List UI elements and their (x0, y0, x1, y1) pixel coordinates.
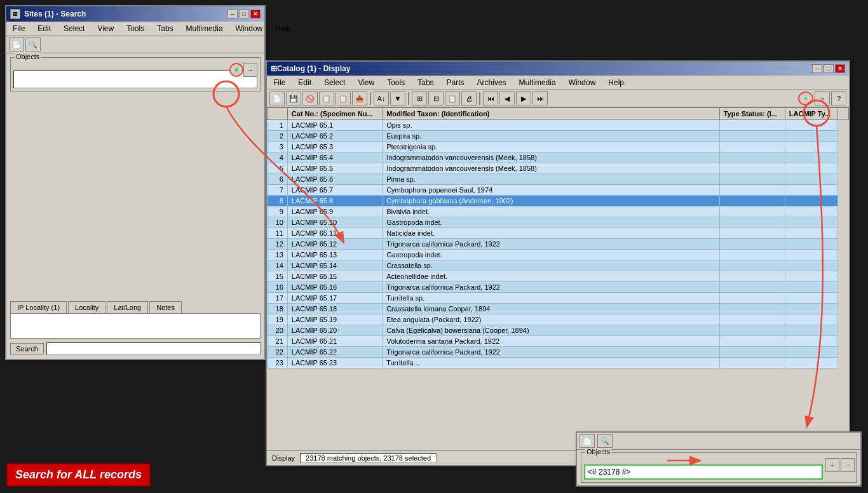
add-object-alt-button[interactable]: → (243, 63, 257, 77)
mini-arrow-button[interactable]: → (841, 458, 855, 472)
catalog-nav-next[interactable]: ▶ (516, 91, 531, 105)
sites-menu-window[interactable]: Window (232, 23, 267, 34)
catalog-menu-multimedia[interactable]: Multimedia (515, 77, 560, 88)
row-typestatus (719, 282, 785, 293)
catalog-nav-prev[interactable]: ◀ (499, 91, 515, 105)
add-object-button[interactable]: + (229, 63, 243, 77)
row-taxon: Trigonarca californica Packard, 1922 (383, 282, 720, 293)
tab-ip-locality-1[interactable]: IP Locality (1) (10, 301, 67, 313)
sites-menu-select[interactable]: Select (60, 23, 88, 34)
table-row[interactable]: 7 LACMIP 65.7 Cymbophora popenoei Saul, … (268, 185, 849, 196)
col-taxon[interactable]: Modified Taxon: (Identification) (383, 108, 720, 120)
table-row[interactable]: 21 LACMIP 65.21 Volutoderma santana Pack… (268, 336, 849, 347)
table-row[interactable]: 9 LACMIP 65.9 Bivalvia indet. (268, 206, 849, 217)
table-row[interactable]: 17 LACMIP 65.17 Turritella sp. (268, 293, 849, 304)
catalog-close-button[interactable]: ✕ (835, 64, 845, 73)
catalog-toolbar-extra-button[interactable]: → (815, 91, 830, 105)
tab-notes[interactable]: Notes (149, 301, 182, 313)
row-typestatus (719, 206, 785, 217)
sites-menu-view[interactable]: View (93, 23, 118, 34)
search-field[interactable] (46, 342, 261, 355)
mini-search-button[interactable]: 🔍 (597, 434, 613, 448)
catalog-paste-button[interactable]: 📋 (336, 91, 351, 105)
table-row[interactable]: 19 LACMIP 65.19 Etea angulata (Packard, … (268, 314, 849, 325)
table-row[interactable]: 13 LACMIP 65.13 Gastropoda indet. (268, 250, 849, 260)
catalog-export-button[interactable]: 📤 (352, 91, 367, 105)
catalog-print-button[interactable]: 🖨 (461, 91, 477, 105)
catalog-sort-button[interactable]: A↓ (374, 91, 389, 105)
sites-menu-tools[interactable]: Tools (123, 23, 148, 34)
catalog-copy-button[interactable]: 📋 (319, 91, 334, 105)
table-row[interactable]: 4 LACMIP 65.4 Indogrammatodon vancouvere… (268, 152, 849, 163)
objects-input[interactable] (13, 71, 257, 88)
table-row[interactable]: 18 LACMIP 65.18 Crassatella lomana Coope… (268, 304, 849, 314)
catalog-cancel-button[interactable]: 🚫 (302, 91, 318, 105)
mini-objects-label: Objects (585, 448, 611, 456)
catalog-menu-tabs[interactable]: Tabs (414, 77, 437, 88)
sites-maximize-button[interactable]: □ (239, 10, 249, 18)
search-button[interactable]: Search (10, 343, 44, 355)
row-catno: LACMIP 65.22 (287, 347, 382, 358)
col-lacmip[interactable]: LACMIP Ty... (785, 108, 837, 120)
col-typestatus[interactable]: Type Status: (I... (719, 108, 785, 120)
table-row[interactable]: 5 LACMIP 65.5 Indogrammatodon vancouvere… (268, 163, 849, 174)
sites-minimize-button[interactable]: ─ (227, 10, 238, 18)
sites-menu-tabs[interactable]: Tabs (153, 23, 177, 34)
row-number: 12 (268, 239, 288, 250)
mini-add-button[interactable]: + (825, 458, 839, 472)
catalog-menu-edit[interactable]: Edit (294, 77, 315, 88)
row-taxon: Volutoderma santana Packard, 1922 (383, 336, 720, 347)
sites-menu-multimedia[interactable]: Multimedia (182, 23, 227, 34)
catalog-menu-window[interactable]: Window (565, 77, 600, 88)
mini-objects-input[interactable] (584, 464, 823, 480)
catalog-save-button[interactable]: 💾 (286, 91, 301, 105)
table-row[interactable]: 16 LACMIP 65.16 Trigonarca californica P… (268, 282, 849, 293)
catalog-nav-first[interactable]: ⏮ (483, 91, 498, 105)
row-lacmip (785, 228, 837, 239)
table-row[interactable]: 1 LACMIP 65.1 Opis sp. (268, 120, 849, 131)
col-catno[interactable]: Cat No.: (Specimen Nu... (287, 108, 382, 120)
mini-new-button[interactable]: 📄 (580, 434, 595, 448)
catalog-menu-file[interactable]: File (269, 77, 289, 88)
table-row[interactable]: 11 LACMIP 65.11 Naticidae indet. (268, 228, 849, 239)
search-row: Search (10, 342, 261, 355)
catalog-menu-parts[interactable]: Parts (443, 77, 468, 88)
catalog-help-button[interactable]: ? (831, 91, 846, 105)
sites-close-button[interactable]: ✕ (250, 10, 261, 18)
table-row[interactable]: 20 LACMIP 65.20 Calva (Egelicalva) bower… (268, 325, 849, 336)
sites-menu-help[interactable]: Help (271, 23, 295, 34)
catalog-minimize-button[interactable]: ─ (812, 64, 822, 73)
tab-lat-long[interactable]: Lat/Long (107, 301, 148, 313)
catalog-form-button[interactable]: 📋 (445, 91, 460, 105)
catalog-menu-tools[interactable]: Tools (383, 77, 409, 88)
table-row[interactable]: 12 LACMIP 65.12 Trigonarca californica P… (268, 239, 849, 250)
table-row[interactable]: 3 LACMIP 65.3 Pterotrigonia sp. (268, 142, 849, 152)
table-row[interactable]: 23 LACMIP 65.23 Turritella... (268, 358, 849, 368)
table-row[interactable]: 10 LACMIP 65.10 Gastropoda indet. (268, 217, 849, 228)
table-row[interactable]: 2 LACMIP 65.2 Euspira sp. (268, 131, 849, 142)
row-catno: LACMIP 65.13 (287, 250, 382, 260)
sites-search-toolbar-button[interactable]: 🔍 (25, 37, 41, 51)
catalog-menu-select[interactable]: Select (320, 77, 349, 88)
table-row[interactable]: 15 LACMIP 65.15 Acteonellidae indet. (268, 271, 849, 282)
catalog-menu-help[interactable]: Help (604, 77, 628, 88)
row-typestatus (719, 152, 785, 163)
toolbar-separator-1 (370, 92, 371, 105)
catalog-maximize-button[interactable]: □ (824, 64, 834, 73)
catalog-filter-button[interactable]: ▼ (390, 91, 405, 105)
tab-locality[interactable]: Locality (68, 301, 105, 313)
sites-menu-file[interactable]: File (9, 23, 29, 34)
table-row[interactable]: 8 LACMIP 65.8 Cymbophora gabbiana (Ander… (268, 196, 849, 206)
table-row[interactable]: 14 LACMIP 65.14 Crassatella sp. (268, 260, 849, 271)
catalog-menu-view[interactable]: View (354, 77, 378, 88)
catalog-nav-last[interactable]: ⏭ (532, 91, 548, 105)
catalog-new-button[interactable]: 📄 (269, 91, 285, 105)
catalog-table-button[interactable]: ⊟ (428, 91, 444, 105)
table-row[interactable]: 6 LACMIP 65.6 Pinna sp. (268, 174, 849, 185)
catalog-menu-archives[interactable]: Archives (473, 77, 510, 88)
table-row[interactable]: 22 LACMIP 65.22 Trigonarca californica P… (268, 347, 849, 358)
catalog-grid-button[interactable]: ⊞ (412, 91, 427, 105)
sites-new-button[interactable]: 📄 (9, 37, 24, 51)
catalog-add-green-button[interactable]: + (798, 91, 813, 105)
sites-menu-edit[interactable]: Edit (34, 23, 55, 34)
